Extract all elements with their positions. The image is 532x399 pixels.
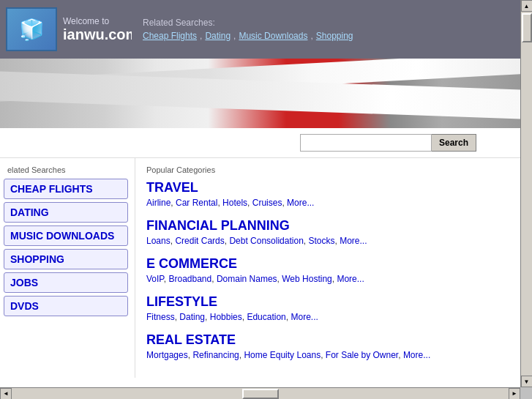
sidebar-title: elated Searches — [4, 165, 135, 174]
scroll-up-button[interactable]: ▲ — [521, 0, 533, 12]
header-related: Related Searches: Cheap Flights , Dating… — [132, 0, 520, 59]
link-education[interactable]: Education — [247, 312, 285, 322]
hero-image — [0, 59, 520, 128]
link-stocks[interactable]: Stocks — [308, 236, 334, 246]
category-travel: TRAVEL Airline, Car Rental, Hotels, Crui… — [146, 180, 509, 208]
related-link-music-downloads[interactable]: Music Downloads — [239, 31, 307, 41]
link-debt-consolidation[interactable]: Debt Consolidation — [229, 236, 303, 246]
link-voip[interactable]: VoIP — [146, 274, 164, 284]
link-realestate-more[interactable]: More... — [403, 350, 430, 360]
scrollbar-thumb[interactable] — [522, 13, 532, 42]
link-refinancing[interactable]: Refinancing — [192, 350, 239, 360]
sidebar-item-dating[interactable]: DATING — [4, 202, 128, 223]
category-heading-travel[interactable]: TRAVEL — [146, 180, 509, 195]
sep3: , — [310, 31, 312, 41]
category-financial-planning: FINANCIAL PLANNING Loans, Credit Cards, … — [146, 218, 509, 246]
category-links-lifestyle: Fitness, Dating, Hobbies, Education, Mor… — [146, 312, 509, 322]
scrollbar-right: ▲ ▼ — [520, 0, 532, 387]
link-lifestyle-more[interactable]: More... — [291, 312, 318, 322]
category-links-financial-planning: Loans, Credit Cards, Debt Consolidation,… — [146, 236, 509, 246]
scroll-right-button[interactable]: ► — [509, 388, 520, 400]
category-heading-ecommerce[interactable]: E COMMERCE — [146, 256, 509, 272]
scrollbar-bottom-track — [12, 389, 509, 399]
link-hotels[interactable]: Hotels — [222, 198, 247, 208]
scrollbar-bottom-thumb[interactable] — [242, 389, 279, 399]
link-mortgages[interactable]: Mortgages — [146, 350, 188, 360]
categories: Popular Categories TRAVEL Airline, Car R… — [135, 158, 520, 378]
category-heading-financial-planning[interactable]: FINANCIAL PLANNING — [146, 218, 509, 234]
search-input[interactable] — [300, 134, 432, 152]
body-content: elated Searches CHEAP FLIGHTS DATING MUS… — [0, 158, 520, 378]
header-logo: 🧊 Welcome to ianwu.com — [0, 0, 132, 59]
category-ecommerce: E COMMERCE VoIP, Broadband, Domain Names… — [146, 256, 509, 284]
category-real-estate: REAL ESTATE Mortgages, Refinancing, Home… — [146, 332, 509, 360]
logo-icon: 🧊 — [19, 18, 45, 42]
link-for-sale-by-owner[interactable]: For Sale by Owner — [326, 350, 398, 360]
related-link-cheap-flights[interactable]: Cheap Flights — [143, 31, 197, 41]
site-name: ianwu.com — [63, 26, 138, 43]
search-bar: Search — [300, 134, 476, 152]
link-web-hosting[interactable]: Web Hosting — [282, 274, 331, 284]
sep2: , — [233, 31, 236, 41]
link-home-equity-loans[interactable]: Home Equity Loans — [244, 350, 321, 360]
search-button[interactable]: Search — [432, 134, 476, 152]
welcome-text: Welcome to ianwu.com — [63, 16, 138, 43]
related-link-shopping[interactable]: Shopping — [316, 31, 353, 41]
sidebar-item-dvds[interactable]: DVDS — [4, 296, 128, 316]
category-links-travel: Airline, Car Rental, Hotels, Cruises, Mo… — [146, 198, 509, 208]
sidebar-item-shopping[interactable]: SHOPPING — [4, 249, 128, 269]
link-hobbies[interactable]: Hobbies — [210, 312, 242, 322]
sidebar: elated Searches CHEAP FLIGHTS DATING MUS… — [0, 158, 135, 378]
link-financial-more[interactable]: More... — [340, 236, 367, 246]
sidebar-item-cheap-flights[interactable]: CHEAP FLIGHTS — [4, 179, 128, 199]
link-dating[interactable]: Dating — [179, 312, 205, 322]
search-bar-container: Search — [0, 128, 520, 158]
header: 🧊 Welcome to ianwu.com Related Searches:… — [0, 0, 520, 59]
category-links-real-estate: Mortgages, Refinancing, Home Equity Loan… — [146, 350, 509, 360]
sep1: , — [200, 31, 202, 41]
category-heading-lifestyle[interactable]: LIFESTYLE — [146, 294, 509, 310]
link-domain-names[interactable]: Domain Names — [217, 274, 277, 284]
related-links: Cheap Flights , Dating , Music Downloads… — [143, 31, 509, 41]
scroll-down-button[interactable]: ▼ — [521, 376, 533, 387]
link-car-rental[interactable]: Car Rental — [176, 198, 217, 208]
sidebar-item-jobs[interactable]: JOBS — [4, 272, 128, 293]
categories-title: Popular Categories — [146, 165, 509, 174]
category-links-ecommerce: VoIP, Broadband, Domain Names, Web Hosti… — [146, 274, 509, 284]
link-travel-more[interactable]: More... — [287, 198, 314, 208]
scrollbar-bottom: ◄ ► — [0, 387, 520, 399]
main-content: 🧊 Welcome to ianwu.com Related Searches:… — [0, 0, 520, 387]
category-heading-real-estate[interactable]: REAL ESTATE — [146, 332, 509, 348]
scrollbar-track — [522, 12, 532, 376]
link-loans[interactable]: Loans — [146, 236, 171, 246]
related-link-dating[interactable]: Dating — [205, 31, 231, 41]
welcome-label: Welcome to — [63, 16, 138, 26]
scroll-left-button[interactable]: ◄ — [0, 388, 12, 400]
link-cruises[interactable]: Cruises — [252, 198, 282, 208]
sidebar-item-music-downloads[interactable]: MUSIC DOWNLOADS — [4, 225, 128, 246]
link-fitness[interactable]: Fitness — [146, 312, 175, 322]
link-credit-cards[interactable]: Credit Cards — [175, 236, 224, 246]
link-airline[interactable]: Airline — [146, 198, 171, 208]
category-lifestyle: LIFESTYLE Fitness, Dating, Hobbies, Educ… — [146, 294, 509, 322]
link-broadband[interactable]: Broadband — [168, 274, 211, 284]
logo-box: 🧊 — [6, 7, 57, 51]
related-searches-label: Related Searches: — [143, 18, 509, 28]
link-ecommerce-more[interactable]: More... — [337, 274, 364, 284]
